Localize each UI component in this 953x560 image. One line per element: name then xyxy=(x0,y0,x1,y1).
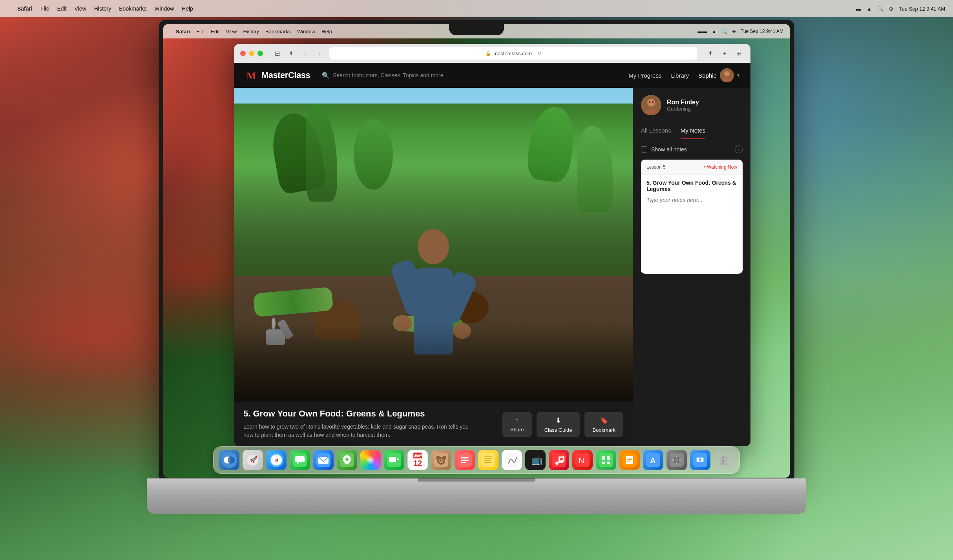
dock-news[interactable]: N xyxy=(572,450,593,470)
avatar-image xyxy=(720,68,734,82)
user-menu[interactable]: Sophie ▾ xyxy=(698,68,739,82)
desktop-edit[interactable]: Edit xyxy=(211,29,219,35)
desktop-file[interactable]: File xyxy=(196,29,204,35)
forward-button[interactable]: › xyxy=(314,48,325,59)
share-button[interactable]: ↑ Share xyxy=(502,412,532,437)
menubar-safari[interactable]: Safari xyxy=(17,5,33,12)
laptop-bottom xyxy=(147,478,806,514)
class-guide-button[interactable]: ⬇ Class Guide xyxy=(537,412,580,437)
note-lesson-label: Lesson 5 xyxy=(646,164,666,170)
svg-point-6 xyxy=(647,99,655,107)
svg-rect-65 xyxy=(607,462,610,464)
menubar-bookmarks[interactable]: Bookmarks xyxy=(119,5,146,12)
menubar-view[interactable]: View xyxy=(75,5,86,12)
desktop-menubar-left: Safari File Edit View History Bookmarks … xyxy=(170,29,332,35)
ssl-icon: 🔒 xyxy=(486,51,491,56)
refresh-icon[interactable]: ↻ xyxy=(537,51,541,56)
menubar-history[interactable]: History xyxy=(94,5,111,12)
desktop-safari[interactable]: Safari xyxy=(176,29,190,35)
desktop-history[interactable]: History xyxy=(243,29,259,35)
nav-library[interactable]: Library xyxy=(671,72,689,79)
dock-bear[interactable] xyxy=(431,450,451,470)
tab-my-notes[interactable]: My Notes xyxy=(681,122,705,139)
instructor-subject: Gardening xyxy=(667,106,699,112)
dock-maps[interactable] xyxy=(337,450,357,470)
dock-finder[interactable] xyxy=(219,450,239,470)
back-button[interactable]: ‹ xyxy=(300,48,311,59)
svg-text:N: N xyxy=(579,456,584,465)
screen-bezel: Safari File Edit View History Bookmarks … xyxy=(159,20,794,482)
svg-rect-58 xyxy=(559,456,564,458)
dock-reminders[interactable] xyxy=(455,450,475,470)
dock-notes[interactable] xyxy=(478,450,498,470)
dock-sysprefs[interactable] xyxy=(666,450,687,470)
new-tab-btn[interactable]: + xyxy=(719,48,730,59)
svg-rect-32 xyxy=(389,457,396,462)
masterclass-logo[interactable]: M MasterClass xyxy=(245,69,310,82)
dock-pages[interactable] xyxy=(619,450,640,470)
dock-safari[interactable] xyxy=(266,450,287,470)
mc-logo-icon: M xyxy=(245,69,257,82)
address-bar[interactable]: 🔒 masterclass.com ↻ xyxy=(329,47,698,60)
tab-all-lessons[interactable]: All Lessons xyxy=(641,122,671,139)
nav-my-progress[interactable]: My Progress xyxy=(628,72,661,79)
menubar-window[interactable]: Window xyxy=(154,5,174,12)
dock-facetime[interactable] xyxy=(384,450,404,470)
dock-freeform[interactable] xyxy=(502,450,522,470)
search-placeholder: Search Instructors, Classes, Topics and … xyxy=(333,72,443,78)
browser-controls: ⊟ ⬆ ‹ › xyxy=(272,48,325,59)
search-menu-icon[interactable]: 🔍 xyxy=(877,6,884,12)
bookmark-icon: 🔖 xyxy=(600,416,608,425)
info-icon[interactable]: i xyxy=(735,145,743,153)
desktop-control-center[interactable]: ⊕ xyxy=(732,29,736,34)
dock-numbers[interactable] xyxy=(596,450,616,470)
svg-point-3 xyxy=(724,71,730,76)
notch xyxy=(449,24,504,35)
laptop-frame: Safari File Edit View History Bookmarks … xyxy=(100,20,853,514)
maximize-button[interactable] xyxy=(257,51,263,56)
dock-mail[interactable] xyxy=(313,450,334,470)
svg-rect-49 xyxy=(484,462,491,463)
dock-calendar[interactable]: SEP 12 xyxy=(407,450,428,470)
dock-music[interactable] xyxy=(549,450,569,470)
video-player[interactable] xyxy=(234,88,633,402)
bookmark-button[interactable]: 🔖 Bookmark xyxy=(584,412,623,437)
menubar-file[interactable]: File xyxy=(40,5,49,12)
dock-appstore[interactable]: A xyxy=(643,450,663,470)
bookmark-label: Bookmark xyxy=(592,427,615,433)
menubar-help[interactable]: Help xyxy=(182,5,193,12)
screen-inner: Safari File Edit View History Bookmarks … xyxy=(163,24,790,478)
masterclass-site: M MasterClass 🔍 Search Instructors, Clas… xyxy=(234,63,750,446)
right-panel: Ron Finley Gardening All Lessons My Note… xyxy=(633,88,750,446)
dock-messages[interactable] xyxy=(290,450,310,470)
show-all-checkbox[interactable] xyxy=(641,146,647,153)
minimize-button[interactable] xyxy=(249,51,254,56)
control-center-icon[interactable]: ⊕ xyxy=(889,6,893,12)
browser-window: ⊟ ⬆ ‹ › 🔒 masterclass.com ↻ xyxy=(234,44,750,446)
dock-appletv[interactable]: 📺 xyxy=(525,450,546,470)
menubar-edit[interactable]: Edit xyxy=(57,5,66,12)
watching-label: Watching Now xyxy=(704,164,737,170)
search-bar[interactable]: 🔍 Search Instructors, Classes, Topics an… xyxy=(322,72,443,79)
share-icon[interactable]: ⬆ xyxy=(286,48,297,59)
desktop-window[interactable]: Window xyxy=(297,29,315,35)
sidebar-toggle[interactable]: ⊟ xyxy=(272,48,283,59)
svg-rect-63 xyxy=(607,456,610,460)
note-lesson-title: 5. Grow Your Own Food: Greens & Legumes xyxy=(641,175,743,194)
dock-launchpad[interactable]: 🚀 xyxy=(243,450,263,470)
note-textarea[interactable] xyxy=(641,194,743,272)
browser-share-btn[interactable]: ⬆ xyxy=(705,48,716,59)
dock-trash[interactable] xyxy=(714,450,734,470)
tab-overview-btn[interactable]: ⊞ xyxy=(733,48,744,59)
desktop-search-icon[interactable]: 🔍 xyxy=(721,29,727,35)
browser-chrome: ⊟ ⬆ ‹ › 🔒 masterclass.com ↻ xyxy=(234,44,750,63)
dock-photos[interactable] xyxy=(360,450,381,470)
dock-screentime[interactable] xyxy=(690,450,710,470)
desktop-bookmarks[interactable]: Bookmarks xyxy=(265,29,291,35)
desktop-view[interactable]: View xyxy=(226,29,237,35)
battery-icon: ▬ xyxy=(856,6,861,12)
close-button[interactable] xyxy=(240,51,246,56)
desktop-help[interactable]: Help xyxy=(321,29,332,35)
instructor-name: Ron Finley xyxy=(667,99,699,106)
svg-point-83 xyxy=(699,458,701,461)
